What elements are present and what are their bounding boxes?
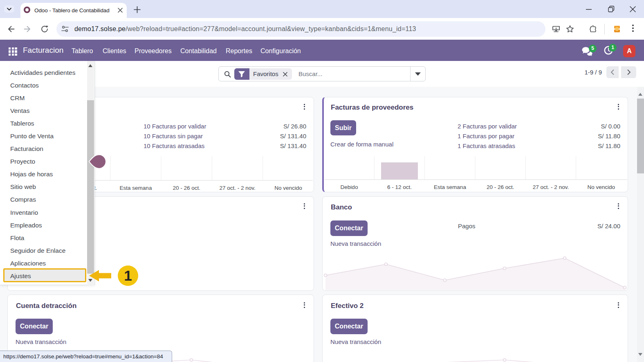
svg-text:No vencido: No vencido <box>588 184 615 190</box>
svg-text:6 - 12 oct.: 6 - 12 oct. <box>387 184 412 190</box>
svg-text:Esta semana: Esta semana <box>434 184 466 190</box>
svg-text:27 oct. - 2 nov.: 27 oct. - 2 nov. <box>220 185 256 191</box>
svg-text:27 oct. - 2 nov.: 27 oct. - 2 nov. <box>533 184 569 190</box>
svg-text:No vencido: No vencido <box>274 185 302 191</box>
svg-text:20 - 26 oct.: 20 - 26 oct. <box>173 185 201 191</box>
svg-text:Debido: Debido <box>341 184 358 190</box>
svg-text:20 - 26 oct.: 20 - 26 oct. <box>487 184 514 190</box>
svg-text:Esta semana: Esta semana <box>120 185 152 191</box>
